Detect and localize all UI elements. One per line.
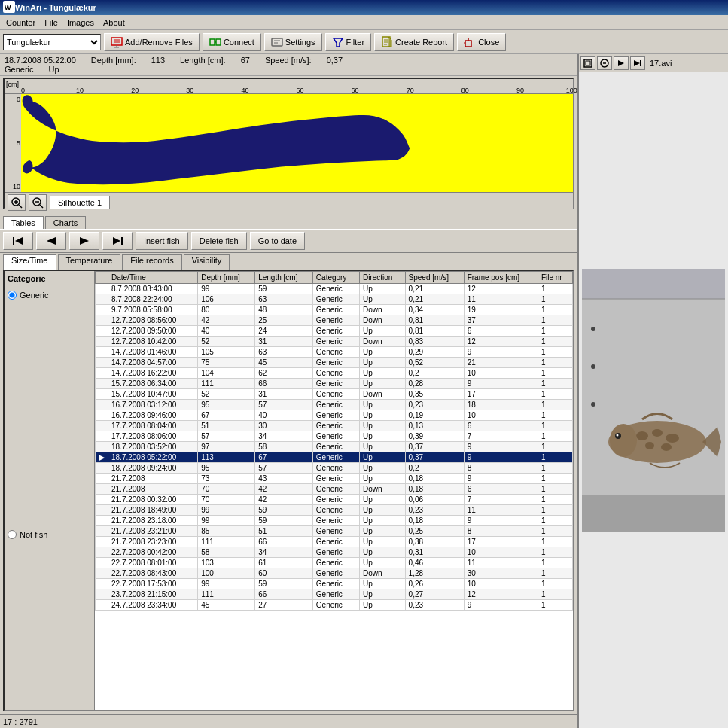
zoom-out-button[interactable] — [29, 194, 47, 211]
table-row[interactable]: 18.7.2008 09:24:009557GenericUp0,281 — [96, 463, 573, 474]
svg-rect-2 — [111, 38, 122, 45]
last-button[interactable] — [102, 232, 133, 250]
sub-tab-visibility[interactable]: Visibility — [184, 254, 230, 270]
table-row[interactable]: 9.7.2008 05:58:008048GenericDown0,34191 — [96, 305, 573, 315]
sub-tab-size-time[interactable]: Size/Time — [3, 254, 56, 270]
table-row[interactable]: 21.7.2008 23:18:009959GenericUp0,1891 — [96, 516, 573, 526]
insert-fish-button[interactable]: Insert fish — [136, 232, 188, 250]
table-row[interactable]: 17.7.2008 08:06:005734GenericUp0,3971 — [96, 431, 573, 442]
table-row[interactable]: 12.7.2008 09:50:004024GenericUp0,8161 — [96, 326, 573, 337]
table-cell: 8 — [464, 463, 538, 474]
col-direction[interactable]: Direction — [359, 272, 405, 284]
table-row[interactable]: 21.7.2008 23:23:0011166GenericUp0,38171 — [96, 537, 573, 547]
svg-marker-13 — [334, 38, 343, 47]
video-btn-1[interactable] — [580, 56, 595, 70]
menu-file[interactable]: File — [40, 17, 62, 29]
table-cell: Generic — [312, 368, 359, 379]
table-row[interactable]: 12.7.2008 10:42:005231GenericDown0,83121 — [96, 337, 573, 347]
table-row[interactable]: 14.7.2008 16:22:0010462GenericUp0,2101 — [96, 368, 573, 379]
table-cell: 9 — [464, 516, 538, 526]
sub-tab-file-records[interactable]: File records — [122, 254, 181, 270]
table-row[interactable]: 23.7.2008 21:15:0011166GenericUp0,27121 — [96, 589, 573, 600]
table-cell: 63 — [255, 347, 313, 358]
table-row[interactable]: 24.7.2008 23:34:004527GenericUp0,2391 — [96, 600, 573, 611]
create-report-button[interactable]: Create Report — [374, 33, 454, 51]
table-row[interactable]: 16.7.2008 09:46:006740GenericUp0,19101 — [96, 410, 573, 421]
table-row[interactable]: 21.7.20087343GenericUp0,1891 — [96, 474, 573, 484]
table-cell: 0,23 — [405, 505, 464, 516]
table-cell: 21.7.2008 00:32:00 — [108, 495, 198, 505]
col-depth[interactable]: Depth [mm] — [198, 272, 255, 284]
location-dropdown[interactable]: Tungulækur — [3, 34, 101, 50]
zoom-in-button[interactable] — [8, 194, 26, 211]
settings-button[interactable]: Settings — [264, 33, 322, 51]
data-table-wrapper[interactable]: Date/Time Depth [mm] Length [cm] Categor… — [95, 271, 573, 710]
add-remove-button[interactable]: Add/Remove Files — [104, 33, 200, 51]
table-cell: 21 — [464, 358, 538, 368]
table-row[interactable]: 8.7.2008 03:43:009959GenericUp0,21121 — [96, 284, 573, 294]
table-row[interactable]: 18.7.2008 03:52:009758GenericUp0,3791 — [96, 442, 573, 452]
table-row[interactable]: 22.7.2008 08:01:0010361GenericUp0,46111 — [96, 558, 573, 568]
col-length[interactable]: Length [cm] — [255, 272, 313, 284]
table-cell: 73 — [198, 474, 255, 484]
row-indicator — [96, 516, 108, 526]
table-cell: 22.7.2008 08:01:00 — [108, 558, 198, 568]
table-row[interactable]: 17.7.2008 08:04:005130GenericUp0,1361 — [96, 421, 573, 431]
table-row[interactable]: 15.7.2008 10:47:005231GenericDown0,35171 — [96, 389, 573, 400]
row-indicator — [96, 526, 108, 537]
video-btn-3[interactable] — [614, 56, 629, 70]
silhouette-tab[interactable]: Silhouette 1 — [50, 196, 110, 209]
col-speed[interactable]: Speed [m/s] — [405, 272, 464, 284]
first-button[interactable] — [3, 232, 33, 250]
menu-images[interactable]: Images — [62, 17, 99, 29]
not-fish-radio[interactable] — [8, 530, 17, 539]
menu-about[interactable]: About — [99, 17, 129, 29]
not-fish-radio-item[interactable]: Not fish — [8, 530, 91, 539]
close-button[interactable]: Close — [457, 33, 506, 51]
col-framepos[interactable]: Frame pos [cm] — [464, 272, 538, 284]
go-to-date-button[interactable]: Go to date — [250, 232, 305, 250]
prev-button[interactable] — [36, 232, 66, 250]
table-cell: 1 — [538, 368, 572, 379]
table-row[interactable]: 22.7.2008 08:43:0010060GenericDown1,2830… — [96, 568, 573, 579]
generic-radio-item[interactable]: Generic — [8, 291, 91, 300]
col-filenr[interactable]: File nr — [538, 272, 572, 284]
connect-button[interactable]: Connect — [203, 33, 261, 51]
video-btn-4[interactable] — [630, 56, 645, 70]
col-category[interactable]: Category — [312, 272, 359, 284]
add-remove-label: Add/Remove Files — [125, 38, 193, 47]
col-datetime[interactable]: Date/Time — [108, 272, 198, 284]
sub-tab-temperature[interactable]: Temperature — [58, 254, 121, 270]
table-row[interactable]: 15.7.2008 06:34:0011166GenericUp0,2891 — [96, 379, 573, 389]
ruler-100: 100 — [566, 87, 577, 94]
table-cell: Up — [359, 474, 405, 484]
table-row[interactable]: ▶18.7.2008 05:22:0011367GenericUp0,3791 — [96, 452, 573, 463]
next-button[interactable] — [69, 232, 99, 250]
table-cell: 0,18 — [405, 516, 464, 526]
info-bar: 18.7.2008 05:22:00 Depth [mm]: 113 Lengt… — [0, 54, 577, 76]
tab-tables[interactable]: Tables — [3, 216, 44, 229]
table-row[interactable]: 16.7.2008 03:12:009557GenericUp0,23181 — [96, 400, 573, 410]
filter-button[interactable]: Filter — [325, 33, 371, 51]
table-cell: Up — [359, 516, 405, 526]
table-row[interactable]: 21.7.2008 18:49:009959GenericUp0,23111 — [96, 505, 573, 516]
table-cell: 1 — [538, 463, 572, 474]
table-cell: 52 — [198, 389, 255, 400]
tab-charts[interactable]: Charts — [45, 216, 86, 229]
delete-fish-button[interactable]: Delete fish — [191, 232, 247, 250]
table-cell: 0,21 — [405, 284, 464, 294]
table-row[interactable]: 21.7.2008 23:21:008551GenericUp0,2581 — [96, 526, 573, 537]
table-cell: 99 — [198, 284, 255, 294]
menu-counter[interactable]: Counter — [2, 17, 40, 29]
table-row[interactable]: 22.7.2008 00:42:005834GenericUp0,31101 — [96, 547, 573, 558]
table-row[interactable]: 8.7.2008 22:24:0010663GenericUp0,21111 — [96, 294, 573, 305]
table-row[interactable]: 21.7.20087042GenericDown0,1861 — [96, 484, 573, 495]
generic-radio[interactable] — [8, 291, 17, 300]
video-btn-2[interactable] — [597, 56, 612, 70]
table-cell: 51 — [255, 526, 313, 537]
table-row[interactable]: 12.7.2008 08:56:004225GenericDown0,81371 — [96, 315, 573, 326]
table-row[interactable]: 22.7.2008 17:53:009959GenericUp0,26101 — [96, 579, 573, 589]
table-row[interactable]: 14.7.2008 01:46:0010563GenericUp0,2991 — [96, 347, 573, 358]
table-row[interactable]: 14.7.2008 04:57:007545GenericUp0,52211 — [96, 358, 573, 368]
table-row[interactable]: 21.7.2008 00:32:007042GenericUp0,0671 — [96, 495, 573, 505]
